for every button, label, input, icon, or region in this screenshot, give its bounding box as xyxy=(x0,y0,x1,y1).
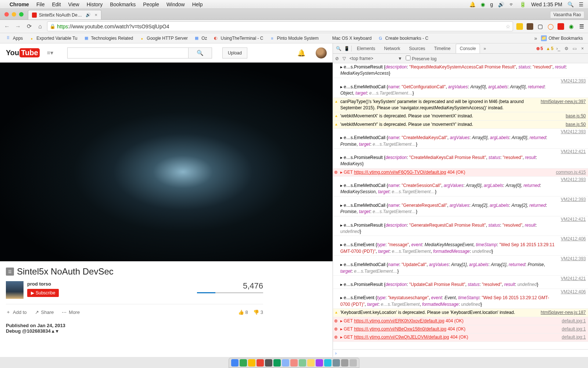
devtools-close-icon[interactable]: × xyxy=(579,46,586,51)
upload-button[interactable]: Upload xyxy=(222,47,247,59)
inspect-icon[interactable]: 🔍 xyxy=(335,46,342,51)
dock-app-icon[interactable] xyxy=(248,359,255,367)
frame-selector[interactable]: <top frame> ▼ xyxy=(349,56,402,61)
browser-tab[interactable]: Sintel5x NoAuth DevSec 🔊 × xyxy=(28,10,101,20)
console-log-row[interactable]: ▸ e…s.EmeMethodCall {name: "GenerateRequ… xyxy=(333,202,588,216)
dock-app-icon[interactable] xyxy=(299,359,306,367)
subscribe-button[interactable]: ▶ Subscribe xyxy=(27,289,59,297)
bookmark-item[interactable]: ⬥Google HTTP Server xyxy=(137,34,190,42)
tab-elements[interactable]: Elements xyxy=(353,44,379,53)
tab-audio-icon[interactable]: 🔊 xyxy=(86,13,91,17)
settings-icon[interactable]: ⚙ xyxy=(563,46,570,51)
spotlight-icon[interactable]: 🔍 xyxy=(567,1,574,7)
bookmark-item[interactable]: ▦Oz xyxy=(191,34,209,42)
battery-icon[interactable]: 🔋 xyxy=(520,1,526,7)
console-log-row[interactable]: VM2412:393 xyxy=(333,197,588,202)
share-button[interactable]: ↗ Share xyxy=(35,309,54,315)
youtube-logo[interactable]: YouTube xyxy=(6,48,40,57)
search-button[interactable]: 🔍 xyxy=(189,47,212,59)
menu-view[interactable]: View xyxy=(68,1,79,7)
account-avatar[interactable] xyxy=(316,47,327,59)
bookmark-item[interactable]: ◐UsingTheTerminal - C xyxy=(211,34,265,42)
home-button[interactable]: ⌂ xyxy=(36,22,44,31)
dock-app-icon[interactable] xyxy=(290,359,298,367)
bookmark-item[interactable]: GCreate bookmarks - C xyxy=(375,34,430,42)
console-log-row[interactable]: VM2412:393 xyxy=(333,256,588,261)
tab-console[interactable]: Console xyxy=(456,44,480,53)
wifi-icon[interactable]: ᯤ xyxy=(509,1,514,7)
dock-app-icon[interactable] xyxy=(324,359,331,367)
console-log-row[interactable]: ▸ e…s.EmeMethodCall {name: "GetConfigura… xyxy=(333,83,588,98)
console-log-row[interactable]: ▸ e…s.EmeEvent {type: "keystatuseschange… xyxy=(333,294,588,309)
other-bookmarks[interactable]: 📁Other Bookmarks xyxy=(539,34,585,42)
console-log-row[interactable]: ▸ e…s.EmeEvent {type: "message", event: … xyxy=(333,241,588,256)
bookmark-star-icon[interactable]: ☆ xyxy=(506,24,510,29)
google-icon[interactable]: g xyxy=(490,1,493,7)
console-log-row[interactable]: ▸ e…s.EmeMethodCall {name: "UpdateCall",… xyxy=(333,261,588,276)
console-log-row[interactable]: default.jpg:1▸ GET https://i.ytimg.com/v… xyxy=(333,333,588,342)
dock-app-icon[interactable] xyxy=(282,359,289,367)
dock-app-icon[interactable] xyxy=(265,359,272,367)
dock-app-icon[interactable] xyxy=(257,359,264,367)
console-log-row[interactable]: VM2412:421 xyxy=(333,216,588,222)
bookmarks-overflow-icon[interactable]: » xyxy=(534,35,537,41)
console-log-row[interactable]: common.js:415▸ GET https://i.ytimg.com/v… xyxy=(333,169,588,177)
volume-icon[interactable]: 🔊 xyxy=(498,1,504,7)
dock-app-icon[interactable] xyxy=(316,359,323,367)
console-log-row[interactable]: default.jpg:1▸ GET https://i.ytimg.com/v… xyxy=(333,317,588,325)
window-minimize[interactable] xyxy=(12,12,16,17)
menu-file[interactable]: File xyxy=(36,1,45,7)
console-log-row[interactable]: ▸ e…s.PromiseResult {description: "Reque… xyxy=(333,63,588,78)
extension-icon[interactable] xyxy=(526,23,534,30)
menu-bookmarks[interactable]: Bookmarks xyxy=(110,1,136,7)
tab-sources[interactable]: Sources xyxy=(405,44,429,53)
add-to-button[interactable]: ＋ Add to xyxy=(6,309,27,315)
menu-help[interactable]: Help xyxy=(192,1,203,7)
console-log-row[interactable]: VM2412:393 xyxy=(333,177,588,182)
bookmark-item[interactable]: ▦Technologies Related xyxy=(81,34,136,42)
console-log-row[interactable]: ▸ e…s.PromiseResult {description: "Gener… xyxy=(333,222,588,236)
guide-toggle-icon[interactable]: ≡▾ xyxy=(47,49,53,56)
menu-window[interactable]: Window xyxy=(166,1,185,7)
extension-icon[interactable] xyxy=(557,23,564,30)
console-prompt[interactable] xyxy=(333,349,588,357)
dock-app-icon[interactable] xyxy=(273,359,281,367)
profile-button[interactable]: Vasantha Rao xyxy=(550,11,584,18)
window-zoom[interactable] xyxy=(19,12,24,17)
more-button[interactable]: ⋯ More xyxy=(62,309,80,315)
console-log-row[interactable]: ▸ e…s.PromiseResult {description: "Updat… xyxy=(333,281,588,289)
window-close[interactable] xyxy=(4,12,9,17)
notifications-icon[interactable]: 🔔 xyxy=(297,49,305,57)
menu-extras-icon[interactable]: ☰ xyxy=(579,1,584,7)
clock[interactable]: Wed 1:35 PM xyxy=(531,1,562,7)
dock-app-icon[interactable] xyxy=(231,359,239,367)
app-menu[interactable]: Chrome xyxy=(10,1,29,7)
console-log-row[interactable]: base.js:50'webkitMovementX' is deprecate… xyxy=(333,112,588,120)
bookmark-item[interactable]: ⬥Exported Variable Tu xyxy=(26,34,79,42)
console-log-row[interactable]: default.jpg:1▸ GET https://i.ytimg.com/v… xyxy=(333,325,588,333)
dock-app-icon[interactable] xyxy=(333,359,340,367)
dock-app-icon[interactable] xyxy=(341,359,348,367)
video-player[interactable] xyxy=(0,63,333,261)
console-log-row[interactable]: VM2412:393 xyxy=(333,129,588,134)
tabs-overflow-icon[interactable]: » xyxy=(481,46,488,51)
menu-history[interactable]: History xyxy=(87,1,103,7)
menu-edit[interactable]: Edit xyxy=(52,1,61,7)
warning-count[interactable]: ▲5 xyxy=(546,46,553,51)
extension-icon[interactable]: ◯ xyxy=(547,23,554,30)
bookmark-item[interactable]: Mac OS X keyboard xyxy=(322,34,374,42)
console-log-row[interactable]: ▸ e…s.EmeMethodCall {name: "CreateSessio… xyxy=(333,182,588,197)
filter-icon[interactable]: ▽ xyxy=(343,56,346,61)
error-count[interactable]: ⊗5 xyxy=(536,46,543,51)
omnibox[interactable]: 🔒 https ://www.youtube.com/watch?v=tsO9S… xyxy=(47,21,513,31)
dock-trash-icon[interactable] xyxy=(349,359,357,367)
notification-center-icon[interactable]: 🔔 xyxy=(469,1,476,7)
device-mode-icon[interactable]: 📱 xyxy=(343,46,350,51)
console-log-row[interactable]: html5player-new.js:187'KeyboardEvent.key… xyxy=(333,309,588,317)
preserve-log-checkbox[interactable]: Preserve log xyxy=(406,56,437,61)
dislike-button[interactable]: 👎 3 xyxy=(253,309,263,315)
console-log-row[interactable]: VM2412:406 xyxy=(333,236,588,241)
tab-close-icon[interactable]: × xyxy=(94,12,97,18)
search-input[interactable] xyxy=(67,47,189,59)
dock-app-icon[interactable] xyxy=(240,359,247,367)
